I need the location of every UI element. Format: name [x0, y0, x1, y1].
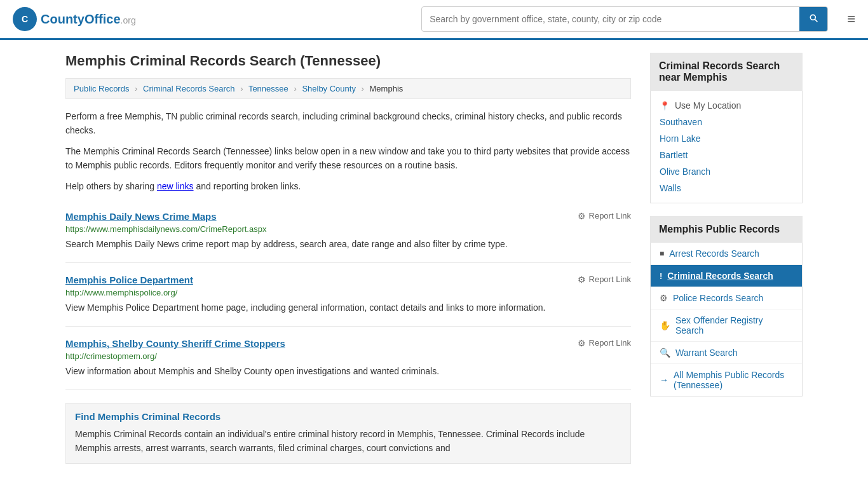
- new-links[interactable]: new links: [157, 181, 194, 191]
- link-title-2[interactable]: Memphis, Shelby County Sheriff Crime Sto…: [65, 338, 285, 349]
- menu-button[interactable]: ≡: [847, 11, 855, 27]
- all-records-link[interactable]: → All Memphis Public Records (Tennessee): [651, 364, 802, 396]
- location-bartlett[interactable]: Bartlett: [660, 147, 793, 163]
- search-button[interactable]: [799, 7, 827, 31]
- sidebar-public-records-section: Memphis Public Records ■ Arrest Records …: [650, 216, 803, 396]
- criminal-records-icon: !: [660, 271, 662, 281]
- find-heading: Find Memphis Criminal Records: [75, 411, 621, 422]
- link-card-2: Memphis, Shelby County Sheriff Crime Sto…: [65, 327, 631, 390]
- svg-text:C: C: [22, 14, 28, 24]
- link-card-1: Memphis Police Department ⚙ Report Link …: [65, 263, 631, 327]
- description-2: The Memphis Criminal Records Search (Ten…: [65, 144, 631, 173]
- report-icon-1: ⚙: [578, 274, 586, 285]
- logo-text: CountyOffice.org: [41, 12, 136, 27]
- link-desc-1: View Memphis Police Department home page…: [65, 301, 631, 315]
- location-walls[interactable]: Walls: [660, 180, 793, 196]
- report-icon-0: ⚙: [578, 211, 586, 221]
- location-horn-lake[interactable]: Horn Lake: [660, 130, 793, 147]
- logo-icon: C: [13, 7, 37, 31]
- arrow-icon: →: [660, 375, 668, 385]
- description-1: Perform a free Memphis, TN public crimin…: [65, 109, 631, 138]
- description-3: Help others by sharing new links and rep…: [65, 179, 631, 193]
- sidebar-public-records-heading: Memphis Public Records: [650, 216, 803, 243]
- link-desc-2: View information about Memphis and Shelb…: [65, 365, 631, 378]
- link-title-0[interactable]: Memphis Daily News Crime Maps: [65, 211, 217, 222]
- sidebar-location-list: 📍 Use My Location Southaven Horn Lake Ba…: [650, 91, 803, 203]
- main-container: Memphis Criminal Records Search (Tenness…: [53, 40, 815, 464]
- breadcrumb-shelby-county[interactable]: Shelby County: [302, 84, 356, 93]
- pr-item-sex-offender[interactable]: ✋ Sex Offender Registry Search: [651, 309, 802, 342]
- page-title: Memphis Criminal Records Search (Tenness…: [65, 53, 631, 69]
- use-my-location[interactable]: 📍 Use My Location: [660, 97, 793, 114]
- report-link-0[interactable]: ⚙ Report Link: [578, 211, 631, 221]
- breadcrumb: Public Records › Criminal Records Search…: [65, 78, 631, 99]
- warrant-icon: 🔍: [660, 348, 670, 358]
- link-title-1[interactable]: Memphis Police Department: [65, 274, 193, 285]
- pin-icon: 📍: [660, 101, 670, 111]
- link-url-1[interactable]: http://www.memphispolice.org/: [65, 288, 631, 297]
- pr-item-arrest-records[interactable]: ■ Arrest Records Search: [651, 243, 802, 265]
- location-southaven[interactable]: Southaven: [660, 114, 793, 130]
- pr-item-police-records[interactable]: ⚙ Police Records Search: [651, 287, 802, 309]
- location-olive-branch[interactable]: Olive Branch: [660, 163, 793, 180]
- link-card-0: Memphis Daily News Crime Maps ⚙ Report L…: [65, 200, 631, 263]
- site-header: C CountyOffice.org ≡: [0, 0, 868, 40]
- pr-item-criminal-records[interactable]: ! Criminal Records Search: [651, 265, 802, 287]
- public-records-list: ■ Arrest Records Search ! Criminal Recor…: [650, 243, 803, 396]
- pr-item-warrant[interactable]: 🔍 Warrant Search: [651, 342, 802, 364]
- sidebar: Criminal Records Search near Memphis 📍 U…: [650, 53, 803, 464]
- breadcrumb-tennessee[interactable]: Tennessee: [248, 84, 288, 93]
- breadcrumb-criminal-records[interactable]: Criminal Records Search: [143, 84, 235, 93]
- link-desc-0: Search Memphis Daily News crime report m…: [65, 238, 631, 251]
- logo[interactable]: C CountyOffice.org: [13, 7, 136, 31]
- link-url-2[interactable]: http://crimestopmem.org/: [65, 351, 631, 361]
- search-bar[interactable]: [421, 6, 828, 32]
- main-content: Memphis Criminal Records Search (Tenness…: [65, 53, 631, 464]
- find-text: Memphis Criminal Records contain an indi…: [75, 427, 621, 456]
- sidebar-nearby-section: Criminal Records Search near Memphis 📍 U…: [650, 53, 803, 203]
- breadcrumb-memphis: Memphis: [370, 84, 403, 93]
- search-input[interactable]: [422, 9, 799, 29]
- breadcrumb-public-records[interactable]: Public Records: [74, 84, 129, 93]
- arrest-records-icon: ■: [660, 249, 664, 258]
- find-section: Find Memphis Criminal Records Memphis Cr…: [65, 403, 631, 464]
- report-link-2[interactable]: ⚙ Report Link: [578, 338, 631, 348]
- report-link-1[interactable]: ⚙ Report Link: [578, 274, 631, 285]
- report-icon-2: ⚙: [578, 338, 586, 348]
- police-records-icon: ⚙: [660, 293, 668, 303]
- sex-offender-icon: ✋: [660, 320, 670, 330]
- link-url-0[interactable]: https://www.memphisdailynews.com/CrimeRe…: [65, 224, 631, 234]
- sidebar-nearby-heading: Criminal Records Search near Memphis: [650, 53, 803, 91]
